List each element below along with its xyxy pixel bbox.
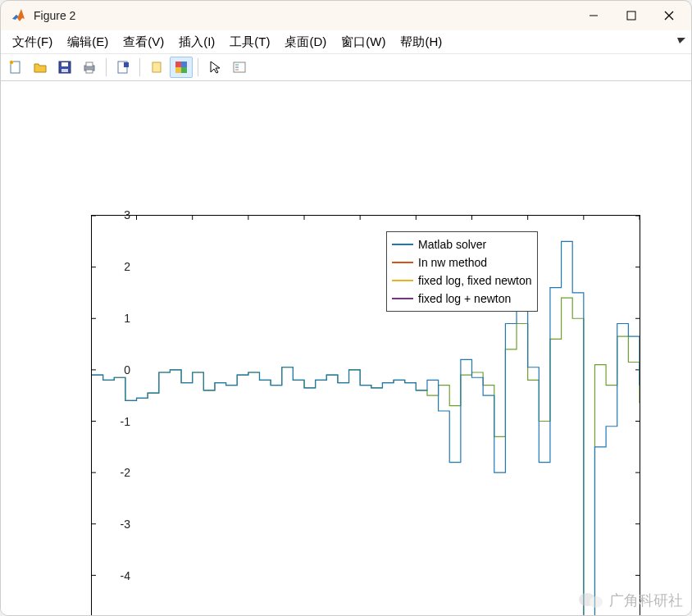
y-tick-label: -1	[98, 415, 130, 428]
legend-swatch	[392, 298, 413, 299]
plot-area: 3 2 1 0 -1 -2 -3 -4 -5 5 10 15 20 25 30 …	[1, 81, 691, 615]
y-tick-label: -3	[98, 518, 130, 531]
svg-point-63	[590, 596, 603, 608]
legend[interactable]: Matlab solver In nw method fixed log, fi…	[386, 231, 538, 312]
watermark-text: 广角科研社	[609, 591, 683, 610]
svg-rect-7	[61, 62, 68, 66]
legend-entry: fixed log, fixed newton	[392, 271, 532, 290]
menu-insert[interactable]: 插入(I)	[172, 32, 221, 52]
edit-plot-button[interactable]	[112, 57, 134, 78]
toolbar-separator	[106, 58, 107, 76]
svg-rect-16	[181, 62, 187, 67]
svg-rect-17	[175, 67, 181, 73]
watermark: 广角科研社	[578, 591, 683, 610]
legend-swatch	[392, 262, 413, 263]
print-button[interactable]	[78, 57, 101, 78]
toolbar	[1, 53, 691, 81]
y-tick-label: -4	[98, 569, 130, 582]
open-button[interactable]	[29, 57, 52, 78]
dock-dropdown-icon[interactable]	[676, 35, 686, 45]
close-button[interactable]	[650, 1, 688, 30]
menu-tools[interactable]: 工具(T)	[223, 32, 276, 52]
menu-window[interactable]: 窗口(W)	[335, 32, 392, 52]
svg-rect-13	[124, 62, 129, 67]
legend-swatch	[392, 280, 413, 281]
window-title: Figure 2	[34, 9, 75, 22]
legend-entry: In nw method	[392, 253, 532, 271]
y-tick-label: 2	[98, 260, 130, 273]
toolbar-separator	[139, 58, 140, 76]
menu-file[interactable]: 文件(F)	[6, 32, 59, 52]
svg-rect-14	[153, 62, 161, 72]
menu-help[interactable]: 帮助(H)	[394, 32, 448, 52]
svg-rect-18	[181, 67, 187, 73]
insert-legend-button[interactable]	[228, 57, 251, 78]
minimize-button[interactable]	[575, 1, 612, 30]
legend-label: Matlab solver	[418, 238, 486, 251]
svg-rect-8	[61, 69, 68, 72]
menu-bar: 文件(F) 编辑(E) 查看(V) 插入(I) 工具(T) 桌面(D) 窗口(W…	[1, 30, 691, 53]
svg-rect-10	[86, 62, 93, 66]
insert-colorbar-button[interactable]	[170, 57, 193, 78]
save-button[interactable]	[53, 57, 76, 78]
legend-entry: Matlab solver	[392, 235, 532, 253]
svg-rect-11	[86, 70, 93, 73]
legend-label: fixed log, fixed newton	[418, 274, 532, 287]
y-tick-label: 3	[98, 208, 130, 221]
y-tick-label: 0	[98, 363, 130, 376]
y-tick-label: -2	[98, 466, 130, 479]
menu-desktop[interactable]: 桌面(D)	[278, 32, 333, 52]
y-tick-label: 1	[98, 312, 130, 325]
axes[interactable]	[91, 215, 640, 616]
svg-rect-1	[627, 11, 635, 20]
new-figure-button[interactable]	[4, 57, 27, 78]
maximize-button[interactable]	[612, 1, 650, 30]
svg-rect-15	[175, 62, 181, 67]
legend-label: fixed log + newton	[418, 292, 511, 305]
link-plot-button[interactable]	[145, 57, 168, 78]
pointer-button[interactable]	[203, 57, 226, 78]
title-bar[interactable]: Figure 2	[1, 1, 691, 30]
figure-window: Figure 2 文件(F) 编辑(E) 查看(V) 插入(I) 工具(T) 桌…	[0, 0, 692, 616]
legend-swatch	[392, 244, 413, 245]
toolbar-separator	[198, 58, 198, 76]
menu-edit[interactable]: 编辑(E)	[61, 32, 115, 52]
legend-label: In nw method	[418, 256, 487, 269]
menu-view[interactable]: 查看(V)	[116, 32, 171, 52]
matlab-icon	[11, 7, 27, 24]
legend-entry: fixed log + newton	[392, 290, 532, 308]
wechat-icon	[578, 591, 604, 609]
